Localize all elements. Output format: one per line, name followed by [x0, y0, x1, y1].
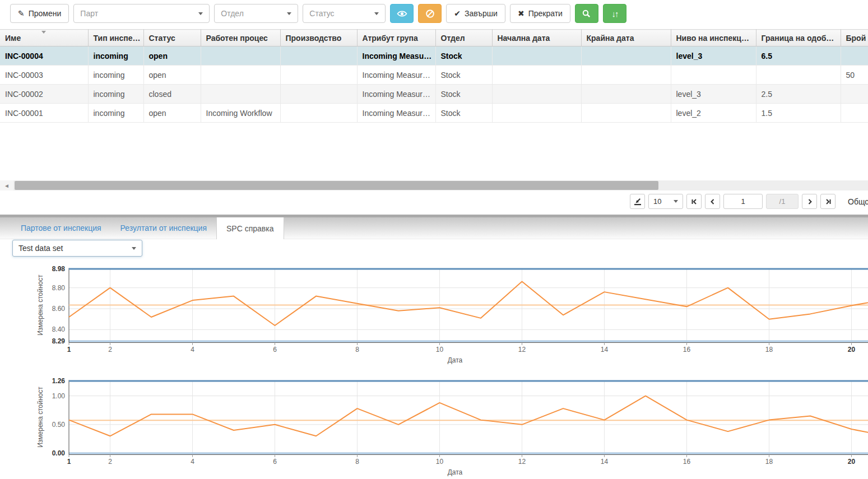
- cell-status: closed: [143, 85, 201, 104]
- next-page-button[interactable]: [802, 194, 817, 209]
- first-page-button[interactable]: [686, 194, 702, 209]
- last-page-button[interactable]: [820, 194, 835, 209]
- horizontal-scrollbar[interactable]: ◄: [0, 180, 868, 190]
- cell-name: INC-00001: [0, 104, 88, 123]
- scrollbar-thumb[interactable]: [15, 181, 658, 190]
- scroll-left-button[interactable]: ◄: [0, 180, 13, 190]
- cell-level: level_2: [671, 104, 756, 123]
- page-size-select[interactable]: 10: [648, 194, 683, 209]
- chevron-down-icon: [374, 12, 379, 15]
- scroll-left-icon: ◄: [4, 183, 10, 189]
- x-axis-title: Дата: [448, 468, 463, 476]
- edit-icon: ✎: [18, 10, 25, 17]
- part-filter-placeholder: Парт: [80, 9, 98, 18]
- cell-end_date: [581, 66, 671, 85]
- cell-type: incoming: [88, 66, 143, 85]
- total-pages-box: /1: [766, 194, 799, 209]
- chevron-right-icon: [806, 198, 813, 205]
- search-button[interactable]: [575, 4, 598, 23]
- x-tick-label: 10: [436, 346, 444, 354]
- status-filter-select[interactable]: Статус: [303, 4, 386, 23]
- eye-icon: [397, 10, 407, 17]
- tab-inspection-results[interactable]: Резултати от инспекция: [111, 217, 216, 239]
- cell-status: open: [143, 104, 201, 123]
- table-row[interactable]: INC-00004incomingopenIncoming Measu…Stoc…: [0, 46, 868, 66]
- cell-production: [280, 46, 357, 66]
- view-button[interactable]: [390, 4, 414, 23]
- page-size-value: 10: [653, 197, 661, 206]
- cell-production: [280, 66, 357, 85]
- x-tick-label: 2: [108, 346, 112, 354]
- y-tick-label: 1.26: [52, 377, 66, 385]
- table-row[interactable]: INC-00002incomingclosedIncoming Measur…S…: [0, 85, 868, 104]
- cell-limit: 1.5: [756, 104, 841, 123]
- column-header-workflow[interactable]: Работен процес: [201, 30, 280, 46]
- reload-button[interactable]: [630, 194, 645, 209]
- status-filter-placeholder: Статус: [309, 9, 334, 18]
- table-row[interactable]: INC-00003incomingopenIncoming Measur…Sto…: [0, 66, 868, 85]
- column-header-department[interactable]: Отдел: [435, 30, 492, 46]
- x-tick-label: 4: [191, 346, 194, 354]
- page-number-input[interactable]: [723, 194, 763, 209]
- cell-limit: [756, 66, 841, 85]
- y-tick-label: 1.00: [52, 392, 66, 400]
- column-header-status[interactable]: Статус: [143, 30, 201, 46]
- cell-start_date: [492, 66, 581, 85]
- x-tick-label: 6: [273, 458, 277, 466]
- cell-end_date: [581, 46, 671, 66]
- x-tick-label: 6: [273, 346, 277, 354]
- cell-count: [841, 46, 868, 66]
- reload-icon: [634, 198, 642, 206]
- sort-button[interactable]: ↓↑: [603, 4, 626, 23]
- y-tick-label: 8.60: [52, 305, 66, 313]
- column-header-end-date[interactable]: Крайна дата: [581, 30, 671, 46]
- chevron-down-icon: [132, 247, 136, 250]
- chevron-down-icon: [198, 12, 203, 15]
- column-header-name[interactable]: Име: [0, 30, 88, 46]
- column-header-attr-group[interactable]: Атрибут група: [357, 30, 435, 46]
- x-tick-label: 18: [765, 346, 773, 354]
- table-header-row: Име Тип инспе… Статус Работен процес Про…: [0, 30, 868, 46]
- cell-status: open: [143, 66, 201, 85]
- cell-department: Stock: [435, 85, 492, 104]
- cell-limit: 6.5: [756, 46, 841, 66]
- x-axis-title: Дата: [448, 356, 463, 364]
- part-filter-select[interactable]: Парт: [73, 4, 210, 23]
- finish-button[interactable]: ✔ Завърши: [446, 4, 505, 23]
- block-button[interactable]: [418, 4, 442, 23]
- cancel-button[interactable]: ✖ Прекрати: [510, 4, 570, 23]
- column-header-type[interactable]: Тип инспе…: [88, 30, 143, 46]
- y-tick-label: 8.40: [52, 325, 66, 333]
- column-header-limit[interactable]: Граница на одоб…: [756, 30, 841, 46]
- cell-start_date: [492, 46, 581, 66]
- x-tick-label: 2: [108, 458, 112, 466]
- tab-inspection-parts[interactable]: Партове от инспекция: [11, 217, 111, 239]
- first-page-icon: [691, 198, 698, 205]
- x-tick-label: 8: [355, 458, 359, 466]
- department-filter-select[interactable]: Отдел: [214, 4, 298, 23]
- edit-button[interactable]: ✎ Промени: [10, 4, 69, 23]
- cell-start_date: [492, 104, 581, 123]
- last-page-icon: [825, 198, 832, 205]
- table-row[interactable]: INC-00001incomingopenIncoming WorkflowIn…: [0, 104, 868, 123]
- column-header-count[interactable]: Брой в: [841, 30, 868, 46]
- cell-attr_group: Incoming Measu…: [357, 46, 435, 66]
- x-tick-label: 14: [601, 346, 609, 354]
- check-icon: ✔: [454, 10, 461, 17]
- column-header-start-date[interactable]: Начална дата: [492, 30, 581, 46]
- previous-page-button[interactable]: [705, 194, 720, 209]
- inspections-table: Име Тип инспе… Статус Работен процес Про…: [0, 29, 868, 123]
- y-tick-label: 0.50: [52, 421, 66, 429]
- tab-spc-report[interactable]: SPC справка: [216, 217, 284, 239]
- column-header-level[interactable]: Ниво на инспекц…: [671, 30, 756, 46]
- cell-department: Stock: [435, 46, 492, 66]
- cell-name: INC-00002: [0, 85, 88, 104]
- page: ✎ Промени Парт Отдел Статус: [0, 0, 868, 479]
- x-tick-label: 8: [355, 346, 359, 354]
- y-axis-title: Измерена стойност: [36, 387, 44, 448]
- cancel-button-label: Прекрати: [528, 9, 563, 18]
- cell-type: incoming: [88, 46, 143, 66]
- column-header-production[interactable]: Производство: [280, 30, 357, 46]
- cell-workflow: [201, 85, 280, 104]
- dataset-select[interactable]: Test data set: [12, 240, 142, 257]
